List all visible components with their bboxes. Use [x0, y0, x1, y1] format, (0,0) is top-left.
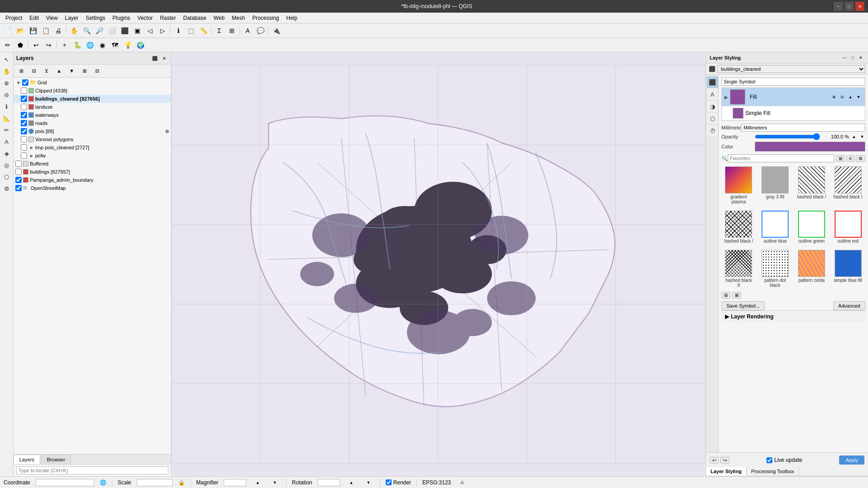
- fav-pattern-zelda[interactable]: pattern zelda: [794, 248, 829, 290]
- maximize-button[interactable]: □: [845, 2, 854, 11]
- tool-measure[interactable]: 📐: [1, 113, 12, 124]
- layer-checkbox-landuse[interactable]: [21, 104, 27, 110]
- remove-layer-button[interactable]: ⊟: [28, 65, 40, 76]
- layer-item-osm[interactable]: ⊞ OpenStreetMap: [14, 184, 171, 192]
- rotation-up[interactable]: ▲: [346, 477, 357, 488]
- browser-button[interactable]: 🌐: [84, 40, 96, 51]
- locator-input[interactable]: [16, 466, 168, 474]
- style-icon-3d[interactable]: ⬡: [707, 113, 718, 124]
- symbol-action-down[interactable]: ▼: [855, 93, 862, 101]
- add-layer-button[interactable]: ⊞: [15, 65, 27, 76]
- python-console-button[interactable]: 🐍: [71, 40, 83, 51]
- zoom-next-button[interactable]: ▷: [157, 25, 168, 36]
- tab-layer-styling[interactable]: Layer Styling: [706, 467, 747, 476]
- measure-button[interactable]: 📏: [198, 25, 209, 36]
- crs-button[interactable]: ⚠: [457, 477, 468, 488]
- zoom-previous-button[interactable]: ◁: [144, 25, 156, 36]
- fav-pattern-dot[interactable]: pattern dot black: [758, 248, 793, 290]
- magnifier-up[interactable]: ▲: [252, 477, 263, 488]
- tool-gps[interactable]: ◎: [1, 160, 12, 170]
- styling-panel-minimize[interactable]: —: [841, 54, 848, 61]
- opacity-down[interactable]: ▼: [859, 134, 865, 140]
- layer-checkbox-roads[interactable]: [21, 120, 27, 126]
- minimize-button[interactable]: −: [834, 2, 843, 11]
- menu-layer[interactable]: Layer: [61, 14, 82, 22]
- save-as-button[interactable]: 📋: [40, 25, 51, 36]
- favorites-search-input[interactable]: [728, 154, 834, 162]
- layer-item-buildings2[interactable]: buildings [827657]: [14, 168, 171, 176]
- layer-item-pois[interactable]: pois [88] ⚙: [14, 127, 171, 135]
- tool-label[interactable]: A: [1, 136, 12, 147]
- favorites-list-btn[interactable]: ≡: [846, 155, 854, 162]
- menu-vector[interactable]: Vector: [134, 14, 157, 22]
- tool-plugins[interactable]: ⚙: [1, 183, 12, 194]
- render-checkbox[interactable]: [386, 479, 392, 485]
- styling-panel-close[interactable]: ✕: [857, 54, 864, 61]
- rotation-down[interactable]: ▼: [363, 477, 374, 488]
- layer-item-pofw[interactable]: ▶ pofw: [14, 152, 171, 160]
- color-swatch[interactable]: [755, 142, 865, 152]
- zoom-out-button[interactable]: 🔎: [93, 25, 105, 36]
- fav-gray-3-fill[interactable]: gray 3 fill: [758, 164, 793, 207]
- tool-pan[interactable]: ✋: [1, 66, 12, 77]
- menu-database[interactable]: Database: [180, 14, 210, 22]
- layer-checkbox-clipped[interactable]: [21, 87, 27, 94]
- styling-undo-button[interactable]: ↩: [710, 457, 719, 464]
- render-checkbox-label[interactable]: Render: [386, 479, 411, 486]
- live-update-checkbox[interactable]: [766, 457, 772, 463]
- styling-redo-button[interactable]: ↪: [720, 457, 729, 464]
- layer-item-roads[interactable]: roads: [14, 119, 171, 127]
- expand-icon-tmp[interactable]: ▶: [28, 144, 35, 151]
- fav-hashed-black-back[interactable]: hashed black \: [831, 164, 865, 207]
- layer-selector-dropdown[interactable]: buildings_cleaned: [717, 65, 865, 73]
- menu-processing[interactable]: Processing: [249, 14, 282, 22]
- favorites-menu-btn[interactable]: ⚙: [856, 155, 865, 162]
- symbol-tree-simple-fill[interactable]: Simple Fill: [722, 106, 865, 120]
- tool-identify[interactable]: ℹ: [1, 101, 12, 112]
- attr-table-button[interactable]: ⊞: [226, 25, 238, 36]
- menu-settings[interactable]: Settings: [82, 14, 109, 22]
- style-icon-singleband[interactable]: ⬛: [707, 77, 718, 87]
- opacity-up[interactable]: ▲: [851, 134, 857, 140]
- map-tips-button[interactable]: 💡: [122, 40, 134, 51]
- menu-project[interactable]: Project: [2, 14, 26, 22]
- open-project-button[interactable]: 📂: [14, 25, 26, 36]
- plugins-button[interactable]: 🔌: [270, 25, 282, 36]
- layer-item-buildings-cleaned[interactable]: buildings_cleaned [827656]: [14, 95, 171, 103]
- fav-outline-green[interactable]: outline green: [794, 208, 829, 246]
- rotation-input[interactable]: 0.0 °: [318, 479, 340, 486]
- tool-zoom-in[interactable]: ⊕: [1, 78, 12, 88]
- layer-item-voronoi[interactable]: Voronoi polygons: [14, 135, 171, 143]
- tab-processing-toolbox[interactable]: Processing Toolbox: [747, 467, 799, 476]
- zoom-layer-button[interactable]: ⬛: [119, 25, 130, 36]
- digitize-button[interactable]: ✏: [2, 40, 14, 51]
- save-project-button[interactable]: 💾: [27, 25, 39, 36]
- save-symbol-button[interactable]: Save Symbol...: [721, 301, 765, 310]
- tool-zoom-out[interactable]: ⊖: [1, 89, 12, 100]
- zoom-selection-button[interactable]: ▣: [131, 25, 143, 36]
- fav-gradient-plasma[interactable]: gradient plasma: [721, 164, 756, 207]
- expand-icon[interactable]: ▶: [725, 95, 728, 100]
- print-layout-button[interactable]: 🗺: [109, 40, 121, 51]
- node-tool-button[interactable]: ⬟: [14, 40, 26, 51]
- menu-raster[interactable]: Raster: [157, 14, 180, 22]
- new-project-button[interactable]: 📄: [2, 25, 14, 36]
- filter-layer-button[interactable]: ⊻: [41, 65, 52, 76]
- field-calc-button[interactable]: Σ: [213, 25, 225, 36]
- layer-rendering-header[interactable]: ▶ Layer Rendering: [725, 313, 862, 320]
- print-button[interactable]: 🖨: [52, 25, 64, 36]
- fav-hashed-black-slash[interactable]: hashed black /: [794, 164, 829, 207]
- apply-button[interactable]: Apply: [839, 456, 864, 465]
- scale-input[interactable]: 1:287275: [137, 479, 173, 486]
- tab-layers[interactable]: Layers: [14, 455, 40, 464]
- advanced-button[interactable]: Advanced: [833, 301, 865, 310]
- layer-item-pampanga[interactable]: Pampanga_admin_boundary: [14, 176, 171, 184]
- grid-btn-2[interactable]: ⊠: [732, 292, 741, 299]
- symbol-action-up[interactable]: ▲: [847, 93, 854, 101]
- close-button[interactable]: ✕: [855, 2, 864, 11]
- layer-checkbox-waterways[interactable]: [21, 112, 27, 118]
- zoom-in-button[interactable]: 🔍: [81, 25, 92, 36]
- fav-simple-blue[interactable]: simple blue fill: [831, 248, 865, 290]
- layers-toggle-button[interactable]: ⬛: [151, 54, 159, 62]
- layer-checkbox-voronoi[interactable]: [21, 136, 27, 143]
